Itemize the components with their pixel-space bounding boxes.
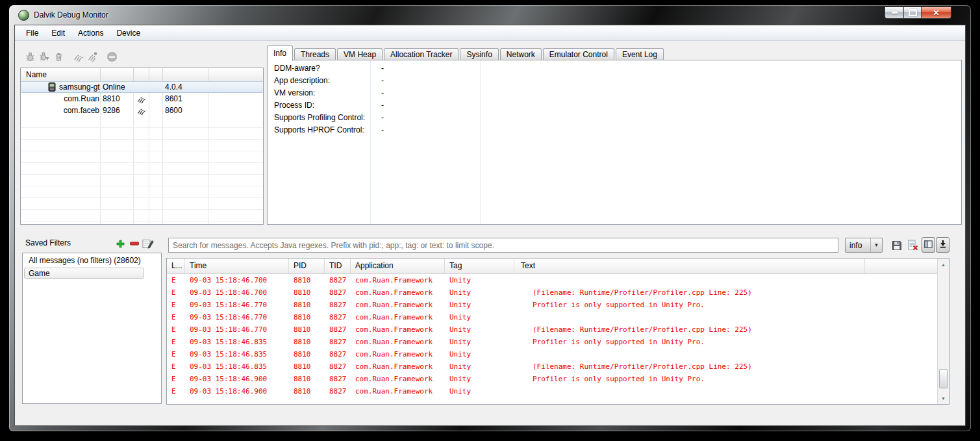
column-header-time[interactable]: Time bbox=[185, 258, 289, 273]
log-row[interactable]: E 09-03 15:18:46.900 8810 8827 com.Ruan.… bbox=[167, 385, 937, 397]
log-level: E bbox=[167, 338, 185, 346]
maximize-button[interactable] bbox=[903, 6, 922, 19]
log-row[interactable]: E 09-03 15:18:46.700 8810 8827 com.Ruan.… bbox=[167, 286, 937, 299]
log-row[interactable]: E 09-03 15:18:46.835 8810 8827 com.Ruan.… bbox=[167, 360, 937, 373]
tab-network[interactable]: Network bbox=[500, 48, 542, 60]
log-tag: Unity bbox=[445, 276, 514, 284]
clear-log-icon[interactable] bbox=[906, 239, 919, 251]
column-header-pid[interactable]: PID bbox=[289, 258, 325, 273]
log-level-combobox[interactable]: info ▼ bbox=[845, 238, 883, 253]
info-field-value: - bbox=[370, 88, 384, 97]
log-level: E bbox=[167, 325, 185, 334]
log-table-header[interactable]: L... Time PID TID Application Tag Text bbox=[167, 258, 937, 274]
device-table-header[interactable]: Name bbox=[21, 68, 263, 82]
log-tid: 8827 bbox=[325, 301, 351, 309]
tab-info[interactable]: Info bbox=[267, 45, 293, 61]
log-application: com.Ruan.Framework bbox=[351, 276, 445, 284]
process-name: com.Ruan bbox=[21, 94, 100, 103]
remove-filter-icon[interactable] bbox=[129, 238, 140, 249]
log-row[interactable]: E 09-03 15:18:46.835 8810 8827 com.Ruan.… bbox=[167, 348, 937, 360]
autoscroll-lock-toggle[interactable] bbox=[936, 237, 949, 253]
display-filters-icon bbox=[924, 240, 933, 250]
tab-vm-heap[interactable]: VM Heap bbox=[337, 48, 383, 60]
search-input[interactable] bbox=[168, 238, 838, 253]
log-pid: 8810 bbox=[289, 350, 325, 359]
tab-emulator-control[interactable]: Emulator Control bbox=[543, 48, 614, 60]
log-row[interactable]: E 09-03 15:18:46.770 8810 8827 com.Ruan.… bbox=[167, 311, 937, 323]
log-tid: 8827 bbox=[325, 375, 351, 383]
log-pid: 8810 bbox=[289, 362, 325, 371]
threads-active-icon bbox=[133, 106, 149, 116]
column-header-application[interactable]: Application bbox=[351, 258, 445, 273]
tab-threads[interactable]: Threads bbox=[294, 48, 336, 60]
process-debug-port: 8601 bbox=[162, 94, 208, 103]
log-rows: E 09-03 15:18:46.700 8810 8827 com.Ruan.… bbox=[167, 274, 937, 404]
tab-event-log[interactable]: Event Log bbox=[616, 48, 664, 60]
column-header-level[interactable]: L... bbox=[167, 258, 185, 273]
log-row[interactable]: E 09-03 15:18:46.900 8810 8827 com.Ruan.… bbox=[167, 373, 937, 385]
log-tag: Unity bbox=[445, 325, 514, 334]
edit-filter-icon[interactable] bbox=[142, 238, 154, 249]
menu-file[interactable]: File bbox=[19, 27, 45, 40]
process-row[interactable]: com.Ruan 8810 8601 bbox=[21, 93, 263, 105]
log-time: 09-03 15:18:46.900 bbox=[185, 387, 289, 396]
log-level: E bbox=[167, 288, 185, 297]
log-row[interactable]: E 09-03 15:18:46.770 8810 8827 com.Ruan.… bbox=[167, 323, 937, 336]
tab-allocation-tracker[interactable]: Allocation Tracker bbox=[384, 48, 459, 60]
log-level: E bbox=[167, 276, 185, 284]
device-android-version: 4.0.4 bbox=[162, 82, 208, 92]
menu-device[interactable]: Device bbox=[110, 27, 147, 40]
log-row[interactable]: E 09-03 15:18:46.700 8810 8827 com.Ruan.… bbox=[167, 274, 937, 286]
window-content: File Edit Actions Device bbox=[14, 25, 966, 426]
filter-item-all-messages[interactable]: All messages (no filters) (28602) bbox=[25, 255, 159, 266]
title-bar[interactable]: Dalvik Debug Monitor bbox=[9, 5, 971, 25]
column-header-text[interactable]: Text bbox=[514, 258, 865, 273]
minimize-icon bbox=[892, 12, 898, 14]
garbage-collect-icon[interactable] bbox=[51, 50, 66, 63]
device-table: Name samsung-gt_i Online 4.0.4 com.Ruan … bbox=[20, 68, 264, 225]
close-button[interactable]: ✕ bbox=[922, 6, 951, 19]
scrollbar-thumb[interactable] bbox=[939, 369, 948, 388]
update-threads-icon[interactable] bbox=[71, 50, 85, 63]
tab-sysinfo[interactable]: Sysinfo bbox=[460, 48, 498, 60]
log-tid: 8827 bbox=[325, 325, 351, 334]
display-filters-toggle[interactable] bbox=[922, 237, 935, 253]
chevron-down-icon[interactable]: ▼ bbox=[870, 238, 882, 252]
log-tag: Unity bbox=[445, 288, 514, 297]
debug-attach-icon[interactable] bbox=[37, 50, 51, 63]
log-row[interactable]: E 09-03 15:18:46.835 8810 8827 com.Ruan.… bbox=[167, 336, 937, 348]
menu-edit[interactable]: Edit bbox=[45, 27, 71, 40]
minimize-button[interactable] bbox=[885, 6, 903, 19]
log-tag: Unity bbox=[445, 375, 514, 383]
scroll-up-icon[interactable]: ▲ bbox=[938, 259, 949, 270]
log-text: Profiler is only supported in Unity Pro. bbox=[514, 375, 937, 383]
log-tag: Unity bbox=[445, 387, 514, 396]
log-tag: Unity bbox=[445, 362, 514, 371]
scroll-down-icon[interactable]: ▼ bbox=[938, 393, 949, 403]
log-time: 09-03 15:18:46.770 bbox=[185, 313, 289, 321]
column-header-tag[interactable]: Tag bbox=[445, 258, 514, 273]
log-row[interactable]: E 09-03 15:18:46.770 8810 8827 com.Ruan.… bbox=[167, 299, 937, 311]
log-tid: 8827 bbox=[325, 276, 351, 284]
log-level: E bbox=[167, 375, 185, 383]
stop-process-icon[interactable] bbox=[105, 50, 119, 63]
log-tag: Unity bbox=[445, 301, 514, 309]
add-filter-icon[interactable] bbox=[114, 238, 126, 249]
save-log-icon[interactable] bbox=[890, 239, 903, 251]
process-row[interactable]: com.faceb 9286 8600 bbox=[21, 105, 263, 116]
saved-filters-title: Saved Filters bbox=[25, 238, 71, 247]
device-name: samsung-gt_i bbox=[59, 82, 100, 92]
update-heap-icon[interactable] bbox=[85, 50, 99, 63]
log-scrollbar[interactable]: ▲ ▼ bbox=[937, 258, 949, 404]
log-tag: Unity bbox=[445, 313, 514, 321]
debug-process-icon[interactable] bbox=[23, 50, 37, 63]
log-tid: 8827 bbox=[325, 288, 351, 297]
filter-item-game[interactable]: Game bbox=[24, 268, 144, 279]
log-application: com.Ruan.Framework bbox=[351, 375, 445, 383]
maximize-icon bbox=[909, 9, 917, 16]
menu-actions[interactable]: Actions bbox=[71, 27, 110, 40]
info-field-label: App description: bbox=[268, 76, 370, 85]
device-row[interactable]: samsung-gt_i Online 4.0.4 bbox=[21, 81, 263, 93]
log-pid: 8810 bbox=[289, 276, 325, 284]
column-header-tid[interactable]: TID bbox=[325, 258, 351, 273]
